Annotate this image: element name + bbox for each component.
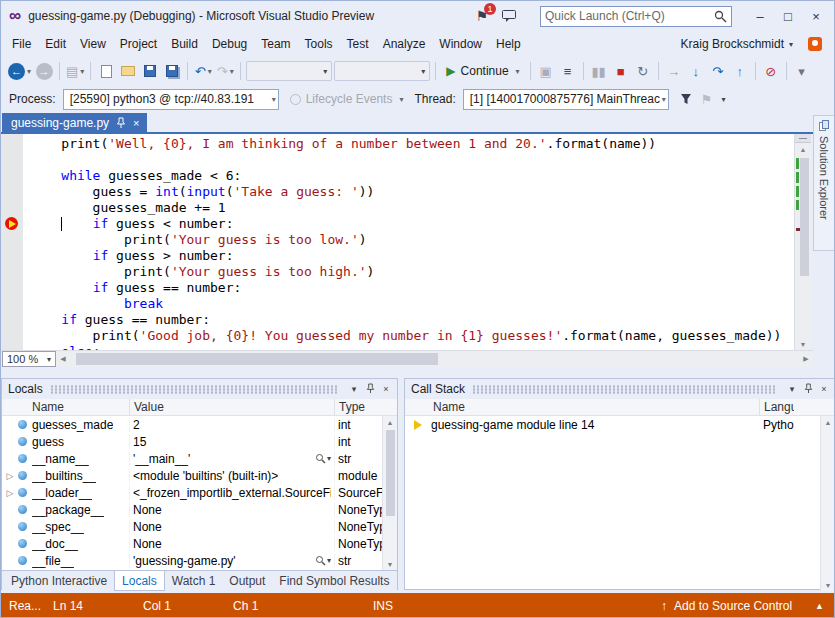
window-position-icon[interactable]: ▾: [784, 384, 800, 394]
break-all-button[interactable]: ▮▮: [589, 60, 609, 82]
locals-value-cell[interactable]: None: [130, 537, 335, 551]
menu-item-build[interactable]: Build: [164, 33, 205, 55]
scroll-up-icon[interactable]: ▲: [821, 416, 835, 428]
value-magnifier-icon[interactable]: ▾: [315, 555, 331, 566]
notification-bell-icon[interactable]: [808, 37, 822, 51]
code-line[interactable]: break: [30, 296, 781, 312]
scroll-up-icon[interactable]: ▲: [795, 143, 811, 155]
save-all-button[interactable]: [162, 60, 182, 82]
panel-tab-locals[interactable]: Locals: [114, 571, 165, 591]
scrollbar-thumb[interactable]: [800, 158, 809, 276]
column-header-name[interactable]: Name: [2, 399, 130, 415]
search-icon[interactable]: [714, 10, 727, 23]
scrollbar-thumb[interactable]: [386, 430, 395, 516]
callstack-panel-header[interactable]: Call Stack ▾ ×: [405, 379, 835, 399]
redo-button[interactable]: ↷▾: [215, 60, 235, 82]
locals-value-cell[interactable]: 2: [130, 418, 335, 432]
code-line[interactable]: if guess == number:: [30, 312, 781, 328]
notifications-flag-icon[interactable]: ⚑1: [475, 8, 488, 24]
value-magnifier-icon[interactable]: ▾: [315, 453, 331, 464]
pin-icon[interactable]: [362, 383, 378, 396]
code-line[interactable]: while guesses_made < 6:: [30, 168, 781, 184]
menu-item-test[interactable]: Test: [340, 33, 376, 55]
account-dropdown-icon[interactable]: ▾: [789, 40, 793, 49]
locals-row[interactable]: __doc__NoneNoneType: [2, 535, 397, 552]
scroll-down-icon[interactable]: ▼: [795, 338, 811, 350]
pin-icon[interactable]: [116, 117, 126, 129]
close-icon[interactable]: ×: [378, 384, 394, 394]
undo-button[interactable]: ↶▾: [193, 60, 213, 82]
code-line[interactable]: guesses_made += 1: [30, 200, 781, 216]
code-line[interactable]: print('Good job, {0}! You guessed my num…: [30, 328, 781, 344]
scroll-left-icon[interactable]: ◀: [56, 355, 70, 363]
menu-item-tools[interactable]: Tools: [298, 33, 340, 55]
solution-explorer-tab[interactable]: Solution Explorer: [813, 115, 835, 251]
close-icon[interactable]: ×: [816, 384, 832, 394]
feedback-icon[interactable]: [502, 10, 516, 22]
restart-button[interactable]: ↻: [633, 60, 653, 82]
debugbar-overflow-icon[interactable]: ▾: [721, 95, 725, 104]
locals-value-cell[interactable]: <_frozen_importlib_external.SourceFileL: [130, 486, 335, 500]
expand-arrow-icon[interactable]: ▷: [2, 471, 18, 481]
column-header-name[interactable]: Name: [405, 399, 760, 415]
minimize-button[interactable]: –: [746, 9, 774, 24]
lifecycle-events-button[interactable]: Lifecycle Events ▾: [286, 92, 408, 106]
toolbar-combo-2-button[interactable]: ▾: [334, 61, 430, 81]
code-line[interactable]: if guess > number:: [30, 248, 781, 264]
scroll-down-icon[interactable]: ▼: [821, 579, 835, 591]
scroll-down-icon[interactable]: ▼: [383, 558, 397, 570]
menu-item-team[interactable]: Team: [254, 33, 297, 55]
code-line[interactable]: print('Well, {0}, I am thinking of a num…: [30, 136, 781, 152]
thread-filter-icon[interactable]: [680, 93, 692, 105]
pin-icon[interactable]: [800, 383, 816, 396]
menu-item-view[interactable]: View: [73, 33, 113, 55]
locals-value-cell[interactable]: None: [130, 520, 335, 534]
panel-tab-output[interactable]: Output: [222, 571, 272, 591]
account-name[interactable]: Kraig Brockschmidt: [681, 37, 784, 51]
breakpoint-gutter[interactable]: [1, 134, 23, 350]
code-line[interactable]: print('Your guess is too low.'): [30, 232, 781, 248]
navigate-back-button[interactable]: ←▾: [7, 60, 32, 82]
source-control-expand-icon[interactable]: ▲: [815, 601, 824, 611]
editor-horizontal-scrollbar[interactable]: [70, 351, 799, 367]
menu-item-file[interactable]: File: [5, 33, 38, 55]
column-header-language[interactable]: Language: [760, 399, 794, 415]
locals-row[interactable]: guesses_made2int: [2, 416, 397, 433]
code-editor[interactable]: print('Well, {0}, I am thinking of a num…: [1, 134, 794, 350]
locals-vertical-scrollbar[interactable]: ▲ ▼: [382, 416, 397, 570]
locals-value-cell[interactable]: 'guessing-game.py'▾: [130, 554, 335, 568]
show-next-statement-button[interactable]: →: [664, 60, 684, 82]
menu-item-debug[interactable]: Debug: [205, 33, 254, 55]
step-out-button[interactable]: ↑: [730, 60, 750, 82]
add-to-source-control-button[interactable]: Add to Source Control: [674, 599, 792, 613]
step-into-button[interactable]: ↓: [686, 60, 706, 82]
navigate-forward-button[interactable]: →: [34, 60, 54, 82]
code-line[interactable]: if guess < number:: [30, 216, 781, 232]
window-position-icon[interactable]: ▾: [346, 384, 362, 394]
process-combo[interactable]: [25590] python3 @ tcp://40.83.191 ▾: [63, 89, 279, 110]
scrollbar-thumb[interactable]: [76, 353, 438, 365]
locals-row[interactable]: __package__NoneNoneType: [2, 501, 397, 518]
quick-launch-input[interactable]: [545, 9, 714, 23]
save-file-button[interactable]: [140, 60, 160, 82]
callstack-vertical-scrollbar[interactable]: ▲ ▼: [820, 416, 835, 591]
callstack-row[interactable]: guessing-game module line 14Python: [405, 416, 835, 433]
tab-close-icon[interactable]: ×: [133, 117, 139, 129]
locals-value-cell[interactable]: <module 'builtins' (built-in)>: [130, 469, 335, 483]
locals-value-cell[interactable]: None: [130, 503, 335, 517]
locals-value-cell[interactable]: '__main__'▾: [130, 452, 335, 466]
expand-arrow-icon[interactable]: ▷: [2, 488, 18, 498]
locals-row[interactable]: __name__'__main__'▾str: [2, 450, 397, 467]
code-line[interactable]: print('Your guess is too high.'): [30, 264, 781, 280]
thread-combo[interactable]: [1] [140017000875776] MainThreac ▾: [463, 89, 669, 110]
stop-debugging-button[interactable]: ■: [611, 60, 631, 82]
locals-value-cell[interactable]: 15: [130, 435, 335, 449]
panel-tab-watch-1[interactable]: Watch 1: [165, 571, 223, 591]
menu-item-analyze[interactable]: Analyze: [376, 33, 433, 55]
locals-row[interactable]: ▷__builtins__<module 'builtins' (built-i…: [2, 467, 397, 484]
scroll-right-icon[interactable]: ▶: [799, 355, 813, 363]
dropdown-arrow-icon[interactable]: ▾: [662, 95, 666, 104]
code-line[interactable]: guess = int(input('Take a guess: ')): [30, 184, 781, 200]
open-file-button[interactable]: [118, 60, 138, 82]
breakpoints-window-button[interactable]: ⊘: [761, 60, 781, 82]
